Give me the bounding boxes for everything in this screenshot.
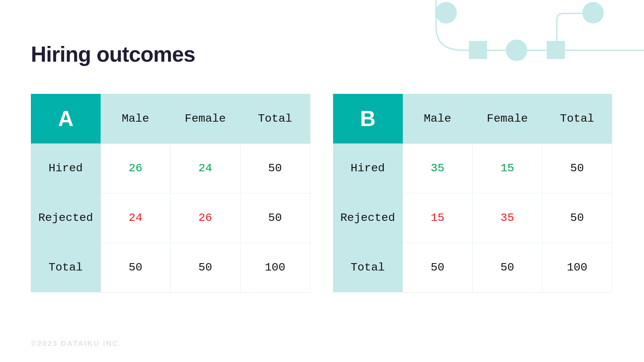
- col-male: Male: [101, 94, 170, 143]
- cell-value: 50: [240, 143, 310, 193]
- col-total: Total: [240, 94, 310, 143]
- svg-point-2: [506, 40, 527, 61]
- cell-value: 50: [240, 193, 310, 243]
- svg-point-0: [435, 2, 457, 23]
- tables-container: A Male Female Total Hired 26 24 50 Rejec…: [31, 94, 612, 293]
- decorative-graphic: [409, 0, 644, 74]
- footer-copyright: ©2023 DATAIKU INC.: [31, 339, 122, 348]
- col-total: Total: [542, 94, 612, 143]
- table-b-label: B: [333, 94, 403, 143]
- cell-value: 50: [403, 243, 473, 292]
- svg-point-4: [582, 2, 604, 23]
- row-total: Total: [31, 243, 101, 292]
- col-female: Female: [473, 94, 542, 143]
- cell-value: 100: [240, 243, 310, 292]
- row-rejected: Rejected: [31, 193, 101, 243]
- cell-value: 15: [473, 143, 542, 193]
- col-male: Male: [403, 94, 473, 143]
- page-title: Hiring outcomes: [31, 42, 195, 67]
- cell-value: 15: [403, 193, 473, 243]
- cell-value: 100: [542, 243, 612, 292]
- cell-value: 50: [542, 193, 612, 243]
- cell-value: 24: [101, 193, 170, 243]
- table-a-label: A: [31, 94, 101, 143]
- table-a: A Male Female Total Hired 26 24 50 Rejec…: [31, 94, 310, 293]
- cell-value: 35: [403, 143, 473, 193]
- cell-value: 26: [101, 143, 170, 193]
- cell-value: 50: [473, 243, 542, 292]
- cell-value: 50: [101, 243, 170, 292]
- table-b: B Male Female Total Hired 35 15 50 Rejec…: [333, 94, 612, 293]
- row-total: Total: [333, 243, 403, 292]
- cell-value: 35: [473, 193, 542, 243]
- cell-value: 50: [542, 143, 612, 193]
- row-hired: Hired: [31, 143, 101, 193]
- cell-value: 26: [170, 193, 240, 243]
- row-rejected: Rejected: [333, 193, 403, 243]
- svg-rect-3: [547, 41, 565, 59]
- cell-value: 24: [170, 143, 240, 193]
- row-hired: Hired: [333, 143, 403, 193]
- cell-value: 50: [170, 243, 240, 292]
- svg-rect-1: [469, 41, 487, 59]
- col-female: Female: [170, 94, 240, 143]
